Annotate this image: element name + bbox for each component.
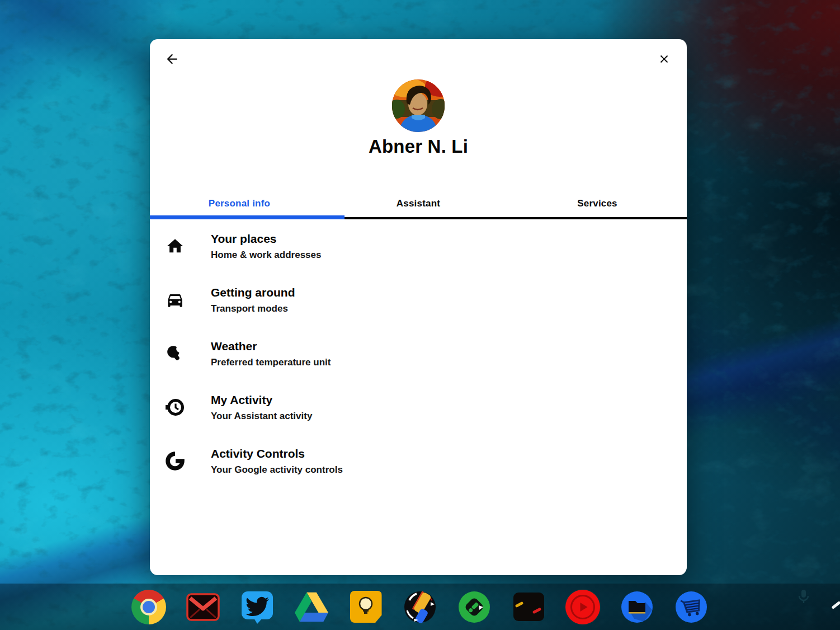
- google-express-app-icon[interactable]: [674, 590, 709, 624]
- menu-item-title: Activity Controls: [211, 446, 343, 461]
- history-icon: [166, 398, 185, 417]
- black-app-glyph: [513, 593, 544, 621]
- tab-personal-info[interactable]: Personal info: [150, 180, 329, 219]
- menu-item-subtitle: Your Google activity controls: [211, 464, 343, 476]
- menu-item-subtitle: Your Assistant activity: [211, 410, 312, 422]
- menu-item-subtitle: Transport modes: [211, 303, 295, 315]
- car-icon: [166, 290, 185, 309]
- black-app-icon[interactable]: [511, 590, 546, 624]
- shopping-cart-icon: [674, 590, 709, 624]
- files-app-icon[interactable]: [620, 590, 654, 624]
- google-keep-app-icon[interactable]: [348, 590, 383, 624]
- back-button[interactable]: [162, 49, 181, 68]
- chrome-app-icon[interactable]: [131, 590, 166, 624]
- files-folder-icon: [620, 590, 654, 624]
- feedly-icon: [457, 590, 492, 624]
- gmail-icon: [186, 590, 220, 624]
- microphone-icon[interactable]: [796, 589, 811, 605]
- avatar: [391, 79, 445, 133]
- menu-item-subtitle: Preferred temperature unit: [211, 356, 331, 369]
- menu-item-my-activity[interactable]: My Activity Your Assistant activity: [150, 380, 687, 434]
- active-tab-indicator: [150, 215, 345, 219]
- arrow-back-icon: [164, 51, 180, 67]
- menu-item-subtitle: Home & work addresses: [211, 249, 321, 261]
- close-icon: [658, 53, 671, 65]
- yellow-dash: [515, 601, 523, 608]
- chrome-icon: [131, 590, 166, 624]
- tab-services[interactable]: Services: [508, 180, 687, 219]
- settings-menu: Your places Home & work addresses Gettin…: [150, 219, 687, 488]
- google-keep-icon: [350, 591, 382, 623]
- home-icon: [166, 237, 185, 256]
- menu-item-title: Your places: [211, 232, 321, 246]
- adsense-icon: [403, 590, 437, 624]
- gmail-app-icon[interactable]: [186, 590, 220, 624]
- red-dash: [532, 608, 541, 614]
- google-drive-app-icon[interactable]: [294, 590, 329, 624]
- profile-name: Abner N. Li: [150, 136, 687, 157]
- twitter-app-icon[interactable]: [240, 590, 275, 624]
- tab-bar: Personal info Assistant Services: [150, 180, 687, 219]
- menu-item-title: Getting around: [211, 285, 295, 300]
- tab-assistant[interactable]: Assistant: [329, 180, 508, 219]
- twitter-icon: [240, 590, 275, 624]
- shelf-app-row: [0, 584, 840, 630]
- menu-item-title: My Activity: [211, 393, 312, 407]
- avatar-photo: [391, 79, 445, 133]
- adsense-app-icon[interactable]: [403, 590, 437, 624]
- feedly-app-icon[interactable]: [457, 590, 492, 624]
- menu-item-getting-around[interactable]: Getting around Transport modes: [150, 273, 687, 327]
- google-g-icon: [166, 452, 185, 471]
- youtube-music-icon: [565, 590, 600, 624]
- assistant-settings-dialog: Abner N. Li Personal info Assistant Serv…: [150, 39, 687, 575]
- menu-item-your-places[interactable]: Your places Home & work addresses: [150, 219, 687, 273]
- google-drive-icon: [295, 592, 328, 622]
- menu-item-weather[interactable]: Weather Preferred temperature unit: [150, 327, 687, 380]
- weather-icon: [166, 344, 185, 363]
- close-button[interactable]: [654, 49, 673, 68]
- menu-item-title: Weather: [211, 339, 331, 354]
- menu-item-activity-controls[interactable]: Activity Controls Your Google activity c…: [150, 434, 687, 488]
- chromeos-shelf: [0, 584, 840, 630]
- youtube-music-app-icon[interactable]: [565, 590, 600, 624]
